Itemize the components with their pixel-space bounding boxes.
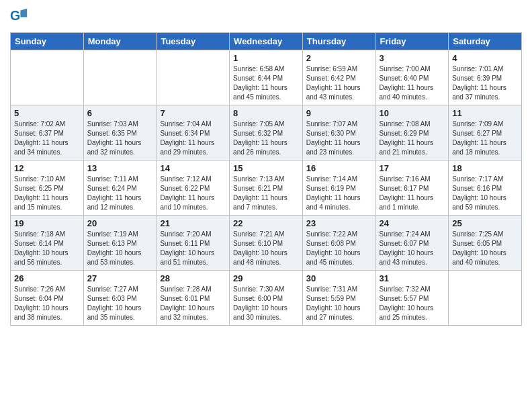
weekday-header-wednesday: Wednesday	[230, 33, 303, 50]
day-number: 3	[380, 53, 445, 63]
day-info: Sunrise: 7:07 AM Sunset: 6:30 PM Dayligh…	[306, 120, 372, 157]
day-number: 28	[160, 273, 226, 283]
calendar-cell: 1Sunrise: 6:58 AM Sunset: 6:44 PM Daylig…	[230, 50, 303, 105]
day-number: 31	[380, 273, 445, 283]
day-number: 13	[87, 163, 153, 173]
svg-text:G: G	[10, 8, 20, 23]
calendar-cell: 20Sunrise: 7:19 AM Sunset: 6:13 PM Dayli…	[83, 216, 157, 271]
page: G SundayMondayTuesdayWednesdayThursdayFr…	[0, 0, 532, 336]
day-number: 19	[14, 218, 80, 228]
day-number: 18	[452, 163, 518, 173]
day-number: 10	[380, 108, 445, 118]
calendar-cell: 30Sunrise: 7:31 AM Sunset: 5:59 PM Dayli…	[302, 271, 375, 326]
day-info: Sunrise: 7:25 AM Sunset: 6:05 PM Dayligh…	[452, 230, 518, 267]
calendar-cell: 5Sunrise: 7:02 AM Sunset: 6:37 PM Daylig…	[11, 105, 84, 161]
day-number: 23	[306, 218, 372, 228]
calendar-cell: 22Sunrise: 7:21 AM Sunset: 6:10 PM Dayli…	[230, 216, 303, 271]
day-number: 15	[233, 163, 299, 173]
day-info: Sunrise: 7:13 AM Sunset: 6:21 PM Dayligh…	[233, 175, 299, 212]
logo: G	[10, 7, 29, 26]
weekday-header-thursday: Thursday	[302, 33, 375, 50]
day-number: 25	[452, 218, 518, 228]
day-info: Sunrise: 7:27 AM Sunset: 6:03 PM Dayligh…	[87, 285, 153, 322]
calendar-cell: 19Sunrise: 7:18 AM Sunset: 6:14 PM Dayli…	[11, 216, 84, 271]
day-info: Sunrise: 7:08 AM Sunset: 6:29 PM Dayligh…	[380, 120, 445, 157]
header: G	[10, 7, 522, 26]
calendar-cell: 6Sunrise: 7:03 AM Sunset: 6:35 PM Daylig…	[83, 105, 157, 161]
calendar-week-2: 5Sunrise: 7:02 AM Sunset: 6:37 PM Daylig…	[11, 105, 522, 161]
day-number: 4	[452, 53, 518, 63]
logo-icon: G	[10, 7, 29, 26]
day-number: 16	[306, 163, 372, 173]
day-info: Sunrise: 7:28 AM Sunset: 6:01 PM Dayligh…	[160, 285, 226, 322]
weekday-header-tuesday: Tuesday	[157, 33, 230, 50]
day-info: Sunrise: 7:09 AM Sunset: 6:27 PM Dayligh…	[452, 120, 518, 157]
day-info: Sunrise: 7:04 AM Sunset: 6:34 PM Dayligh…	[160, 120, 226, 157]
day-number: 17	[380, 163, 445, 173]
calendar-cell: 4Sunrise: 7:01 AM Sunset: 6:39 PM Daylig…	[449, 50, 522, 105]
day-number: 11	[452, 108, 518, 118]
calendar-cell: 24Sunrise: 7:24 AM Sunset: 6:07 PM Dayli…	[375, 216, 449, 271]
calendar-cell: 29Sunrise: 7:30 AM Sunset: 6:00 PM Dayli…	[230, 271, 303, 326]
calendar-cell: 21Sunrise: 7:20 AM Sunset: 6:11 PM Dayli…	[157, 216, 230, 271]
day-info: Sunrise: 7:17 AM Sunset: 6:16 PM Dayligh…	[452, 175, 518, 212]
day-number: 5	[14, 108, 80, 118]
day-info: Sunrise: 7:18 AM Sunset: 6:14 PM Dayligh…	[14, 230, 80, 267]
calendar-cell: 8Sunrise: 7:05 AM Sunset: 6:32 PM Daylig…	[230, 105, 303, 161]
calendar-cell: 27Sunrise: 7:27 AM Sunset: 6:03 PM Dayli…	[83, 271, 157, 326]
weekday-header-monday: Monday	[83, 33, 157, 50]
calendar-cell: 9Sunrise: 7:07 AM Sunset: 6:30 PM Daylig…	[302, 105, 375, 161]
day-info: Sunrise: 6:59 AM Sunset: 6:42 PM Dayligh…	[306, 64, 372, 102]
svg-marker-1	[20, 9, 27, 17]
calendar-cell: 31Sunrise: 7:32 AM Sunset: 5:57 PM Dayli…	[375, 271, 449, 326]
day-info: Sunrise: 7:19 AM Sunset: 6:13 PM Dayligh…	[87, 230, 153, 267]
day-number: 1	[233, 53, 299, 63]
calendar-cell	[83, 50, 157, 105]
day-info: Sunrise: 7:24 AM Sunset: 6:07 PM Dayligh…	[380, 230, 445, 267]
day-number: 7	[160, 108, 226, 118]
calendar: SundayMondayTuesdayWednesdayThursdayFrid…	[10, 32, 522, 326]
calendar-cell: 3Sunrise: 7:00 AM Sunset: 6:40 PM Daylig…	[375, 50, 449, 105]
day-number: 8	[233, 108, 299, 118]
day-number: 27	[87, 273, 153, 283]
day-info: Sunrise: 7:12 AM Sunset: 6:22 PM Dayligh…	[160, 175, 226, 212]
calendar-cell: 14Sunrise: 7:12 AM Sunset: 6:22 PM Dayli…	[157, 161, 230, 216]
calendar-week-5: 26Sunrise: 7:26 AM Sunset: 6:04 PM Dayli…	[11, 271, 522, 326]
day-info: Sunrise: 7:11 AM Sunset: 6:24 PM Dayligh…	[87, 175, 153, 212]
calendar-cell	[11, 50, 84, 105]
calendar-cell: 23Sunrise: 7:22 AM Sunset: 6:08 PM Dayli…	[302, 216, 375, 271]
calendar-header-row: SundayMondayTuesdayWednesdayThursdayFrid…	[11, 33, 522, 50]
day-info: Sunrise: 7:02 AM Sunset: 6:37 PM Dayligh…	[14, 120, 80, 157]
calendar-cell: 28Sunrise: 7:28 AM Sunset: 6:01 PM Dayli…	[157, 271, 230, 326]
calendar-cell: 15Sunrise: 7:13 AM Sunset: 6:21 PM Dayli…	[230, 161, 303, 216]
day-info: Sunrise: 7:26 AM Sunset: 6:04 PM Dayligh…	[14, 285, 80, 322]
weekday-header-saturday: Saturday	[449, 33, 522, 50]
calendar-cell: 12Sunrise: 7:10 AM Sunset: 6:25 PM Dayli…	[11, 161, 84, 216]
day-number: 30	[306, 273, 372, 283]
day-info: Sunrise: 7:16 AM Sunset: 6:17 PM Dayligh…	[380, 175, 445, 212]
calendar-week-3: 12Sunrise: 7:10 AM Sunset: 6:25 PM Dayli…	[11, 161, 522, 216]
calendar-cell: 16Sunrise: 7:14 AM Sunset: 6:19 PM Dayli…	[302, 161, 375, 216]
day-number: 9	[306, 108, 372, 118]
day-number: 12	[14, 163, 80, 173]
day-number: 24	[380, 218, 445, 228]
weekday-header-sunday: Sunday	[11, 33, 84, 50]
day-number: 22	[233, 218, 299, 228]
day-number: 29	[233, 273, 299, 283]
calendar-cell: 11Sunrise: 7:09 AM Sunset: 6:27 PM Dayli…	[449, 105, 522, 161]
calendar-cell: 10Sunrise: 7:08 AM Sunset: 6:29 PM Dayli…	[375, 105, 449, 161]
day-info: Sunrise: 7:21 AM Sunset: 6:10 PM Dayligh…	[233, 230, 299, 267]
calendar-cell: 7Sunrise: 7:04 AM Sunset: 6:34 PM Daylig…	[157, 105, 230, 161]
day-info: Sunrise: 7:00 AM Sunset: 6:40 PM Dayligh…	[380, 64, 445, 102]
day-number: 21	[160, 218, 226, 228]
day-info: Sunrise: 7:20 AM Sunset: 6:11 PM Dayligh…	[160, 230, 226, 267]
day-info: Sunrise: 7:32 AM Sunset: 5:57 PM Dayligh…	[380, 285, 445, 322]
calendar-cell: 13Sunrise: 7:11 AM Sunset: 6:24 PM Dayli…	[83, 161, 157, 216]
calendar-cell: 26Sunrise: 7:26 AM Sunset: 6:04 PM Dayli…	[11, 271, 84, 326]
day-info: Sunrise: 7:14 AM Sunset: 6:19 PM Dayligh…	[306, 175, 372, 212]
day-info: Sunrise: 7:31 AM Sunset: 5:59 PM Dayligh…	[306, 285, 372, 322]
calendar-cell: 17Sunrise: 7:16 AM Sunset: 6:17 PM Dayli…	[375, 161, 449, 216]
calendar-cell: 25Sunrise: 7:25 AM Sunset: 6:05 PM Dayli…	[449, 216, 522, 271]
calendar-cell: 2Sunrise: 6:59 AM Sunset: 6:42 PM Daylig…	[302, 50, 375, 105]
day-info: Sunrise: 7:10 AM Sunset: 6:25 PM Dayligh…	[14, 175, 80, 212]
